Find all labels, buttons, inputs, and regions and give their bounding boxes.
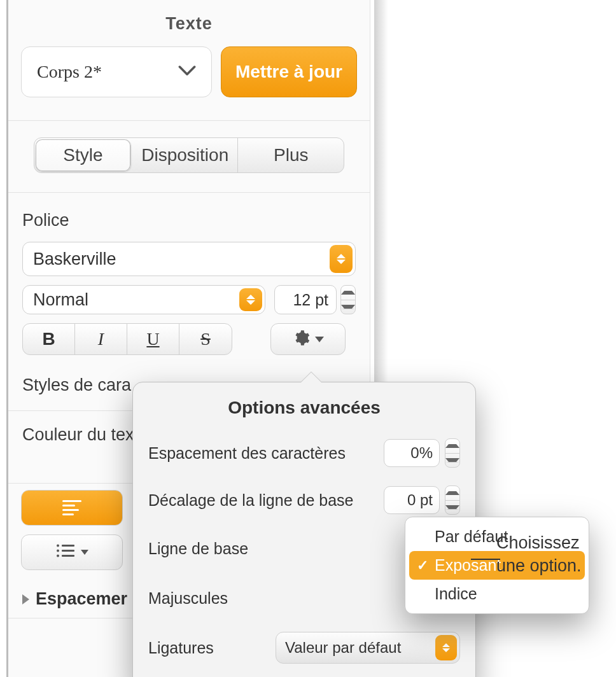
caps-label: Majuscules (148, 589, 228, 608)
svg-rect-1 (62, 550, 74, 552)
gear-icon (292, 329, 310, 349)
char-spacing-stepper[interactable] (445, 438, 460, 468)
tabs-segmented: Style Disposition Plus (34, 137, 344, 173)
font-family-value: Baskerville (33, 249, 116, 269)
ligatures-label: Ligatures (148, 639, 214, 657)
callout-line1: Choisissez (496, 533, 580, 552)
popover-title: Options avancées (146, 398, 463, 418)
ligatures-row: Ligatures Valeur par défaut (146, 623, 463, 673)
tab-more[interactable]: Plus (238, 138, 344, 172)
paragraph-style-select[interactable]: Corps 2* (21, 46, 212, 97)
ligatures-select[interactable]: Valeur par défaut (276, 632, 460, 664)
ligatures-value: Valeur par défaut (285, 639, 401, 657)
svg-rect-0 (62, 545, 74, 547)
select-stepper-icon (239, 288, 262, 311)
chevron-down-icon (81, 550, 88, 555)
char-spacing-input[interactable]: 0% (384, 439, 440, 467)
callout-text: Choisissez une option. (496, 531, 582, 578)
italic-button[interactable]: I (75, 324, 127, 354)
disclosure-triangle-icon (22, 594, 29, 604)
baseline-label: Ligne de base (148, 540, 248, 558)
paragraph-style-row: Corps 2* Mettre à jour (8, 46, 370, 121)
strikethrough-button[interactable]: S (179, 324, 232, 354)
bold-button[interactable]: B (23, 324, 75, 354)
align-left-icon (62, 500, 81, 515)
underline-button[interactable]: U (127, 324, 179, 354)
font-size-field: 12 pt (274, 285, 356, 314)
panel-title: Texte (8, 0, 370, 46)
baseline-shift-stepper[interactable] (445, 485, 460, 515)
font-weight-select[interactable]: Normal (22, 285, 265, 314)
baseline-shift-label: Décalage de la ligne de base (148, 491, 353, 510)
update-style-button[interactable]: Mettre à jour (221, 46, 357, 97)
chevron-down-icon (315, 337, 324, 342)
font-section-label: Police (22, 211, 356, 230)
font-size-input[interactable]: 12 pt (274, 285, 337, 314)
text-style-group: B I U S (22, 323, 232, 355)
tab-layout[interactable]: Disposition (132, 138, 239, 172)
advanced-options-button[interactable] (270, 323, 346, 355)
font-section: Police Baskerville Normal 12 pt (8, 193, 370, 361)
font-size-stepper[interactable] (340, 285, 356, 314)
chevron-down-icon (178, 62, 196, 82)
select-stepper-icon (330, 245, 353, 273)
char-spacing-row: Espacement des caractères 0% (146, 429, 463, 477)
text-align-group (21, 490, 123, 526)
char-spacing-label: Espacement des caractères (148, 444, 346, 463)
callout-line2: une option. (496, 556, 582, 575)
menu-item-subscript[interactable]: Indice (409, 580, 585, 608)
align-left-button[interactable] (22, 491, 122, 525)
tabs-row: Style Disposition Plus (8, 121, 370, 193)
svg-point-4 (57, 550, 59, 552)
list-indent-icon (55, 543, 76, 562)
svg-point-5 (57, 555, 59, 557)
spacing-label: Espacemer (36, 589, 127, 609)
font-family-select[interactable]: Baskerville (22, 242, 356, 276)
select-stepper-icon (435, 635, 457, 660)
font-weight-value: Normal (33, 290, 88, 310)
paragraph-style-value: Corps 2* (37, 62, 102, 82)
svg-rect-2 (62, 555, 74, 557)
svg-point-3 (57, 545, 59, 547)
baseline-shift-input[interactable]: 0 pt (384, 486, 440, 514)
list-indent-button[interactable] (21, 534, 123, 570)
tab-style[interactable]: Style (36, 139, 131, 171)
